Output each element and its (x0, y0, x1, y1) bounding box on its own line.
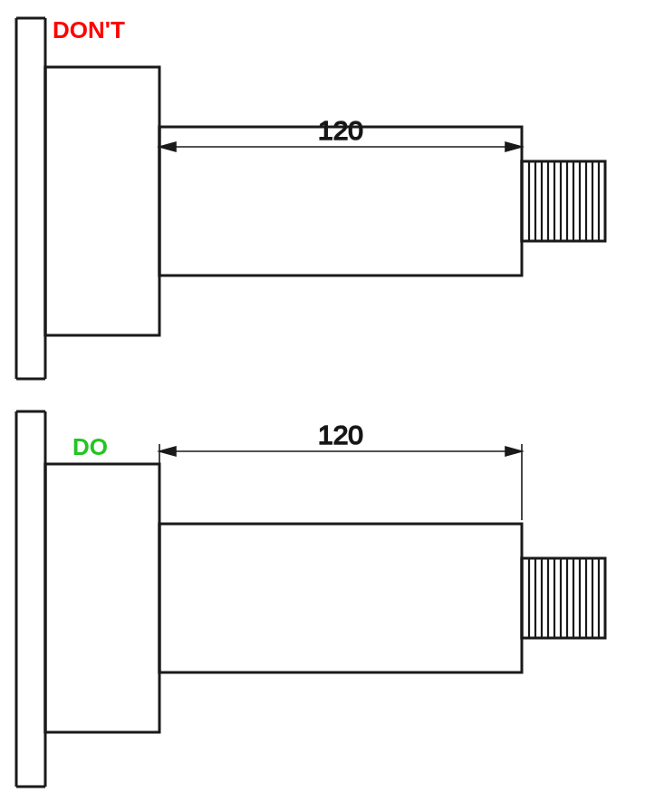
svg-marker-45 (505, 447, 522, 456)
bottom-back-plate (16, 411, 45, 787)
bottom-dimension: 120 (159, 420, 522, 520)
svg-rect-4 (45, 67, 159, 335)
svg-rect-27 (159, 524, 522, 672)
top-mid-block (45, 67, 159, 335)
bottom-dimension-value: 120 (318, 420, 363, 450)
do-label: DO (72, 433, 108, 461)
top-shaft (159, 127, 522, 276)
top-dimension: 120 (159, 115, 522, 151)
top-dimension-value: 120 (318, 115, 363, 145)
bottom-assembly: 120 (16, 411, 605, 787)
bottom-thread (522, 558, 605, 638)
bottom-mid-block (45, 464, 159, 732)
top-back-plate (16, 18, 45, 379)
top-assembly: 120 (16, 18, 605, 379)
svg-rect-26 (45, 464, 159, 732)
top-thread (522, 161, 605, 241)
technical-drawing: 120 (0, 0, 645, 812)
bottom-shaft (159, 524, 522, 672)
dont-label: DON'T (53, 16, 125, 44)
svg-marker-20 (159, 142, 176, 151)
svg-marker-21 (505, 142, 522, 151)
svg-marker-44 (159, 447, 176, 456)
svg-rect-5 (159, 127, 522, 276)
